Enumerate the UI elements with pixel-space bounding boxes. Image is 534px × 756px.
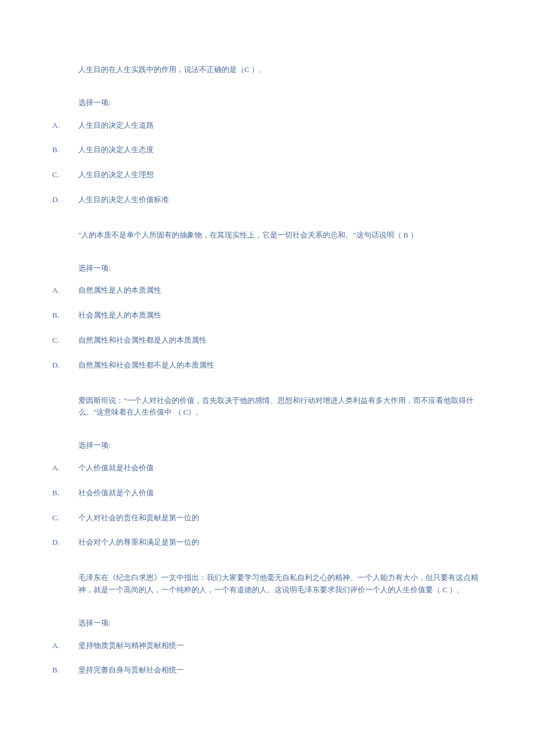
option-letter: C. [52, 334, 78, 347]
option-text: 社会对个人的尊重和满足是第一位的 [78, 537, 482, 549]
option-text: 人生目的决定人生理想 [78, 169, 482, 181]
question-text: 毛泽东在《纪念白求恩》一文中指出：我们大家要学习他毫无自私自利之心的精神。一个人… [78, 572, 482, 596]
option-row: B. 社会属性是人的本质属性 [52, 309, 482, 322]
option-text: 自然属性是人的本质属性 [78, 285, 482, 297]
option-row: D. 自然属性和社会属性都不是人的本质属性 [52, 359, 482, 372]
select-prompt: 选择一项: [78, 440, 482, 452]
option-text: 社会价值就是个人价值 [78, 487, 482, 499]
option-letter: A. [52, 462, 78, 474]
document-content: 人生目的在人生实践中的作用，说法不正确的是（C ）。 选择一项: A. 人生目的… [52, 64, 482, 676]
option-text: 个人对社会的责任和贡献是第一位的 [78, 512, 482, 524]
option-row: D. 社会对个人的尊重和满足是第一位的 [52, 537, 482, 549]
option-row: D. 人生目的决定人生价值标准 [52, 194, 482, 206]
option-row: A. 人生目的决定人生道路 [52, 120, 482, 132]
option-letter: A. [52, 285, 78, 297]
option-text: 人生目的决定人生价值标准 [78, 194, 482, 206]
option-letter: A. [52, 640, 78, 652]
option-letter: A. [52, 120, 78, 132]
option-row: A. 坚持物质贡献与精神贡献相统一 [52, 640, 482, 652]
option-text: 社会属性是人的本质属性 [78, 309, 482, 322]
option-row: B. 坚持完善自身与贡献社会相统一 [52, 664, 482, 676]
option-letter: D. [52, 359, 78, 372]
question-text: 爱因斯坦说："一个人对社会的价值，首先取决于他的感情、思想和行动对增进人类利益有… [78, 395, 482, 419]
option-text: 坚持完善自身与贡献社会相统一 [78, 664, 482, 676]
option-letter: B. [52, 664, 78, 676]
option-letter: C. [52, 169, 78, 181]
option-letter: B. [52, 487, 78, 499]
option-text: 坚持物质贡献与精神贡献相统一 [78, 640, 482, 652]
select-prompt: 选择一项: [78, 262, 482, 275]
option-row: C. 人生目的决定人生理想 [52, 169, 482, 181]
select-prompt: 选择一项: [78, 617, 482, 629]
option-letter: C. [52, 512, 78, 524]
question-block: 人生目的在人生实践中的作用，说法不正确的是（C ）。 选择一项: A. 人生目的… [52, 64, 482, 206]
question-text: 人生目的在人生实践中的作用，说法不正确的是（C ）。 [78, 64, 482, 76]
select-prompt: 选择一项: [78, 97, 482, 109]
option-text: 人生目的决定人生道路 [78, 120, 482, 132]
option-row: B. 人生目的决定人生态度 [52, 144, 482, 156]
question-block: 毛泽东在《纪念白求恩》一文中指出：我们大家要学习他毫无自私自利之心的精神。一个人… [52, 572, 482, 676]
option-text: 自然属性和社会属性都是人的本质属性 [78, 334, 482, 347]
question-block: 爱因斯坦说："一个人对社会的价值，首先取决于他的感情、思想和行动对增进人类利益有… [52, 395, 482, 549]
option-text: 自然属性和社会属性都不是人的本质属性 [78, 359, 482, 372]
option-row: B. 社会价值就是个人价值 [52, 487, 482, 499]
question-text: "人的本质不是单个人所固有的抽象物，在其现实性上，它是一切社会关系的总和。"这句… [78, 229, 482, 242]
question-block: "人的本质不是单个人所固有的抽象物，在其现实性上，它是一切社会关系的总和。"这句… [52, 229, 482, 372]
option-row: A. 个人价值就是社会价值 [52, 462, 482, 474]
option-text: 人生目的决定人生态度 [78, 144, 482, 156]
option-row: A. 自然属性是人的本质属性 [52, 285, 482, 297]
option-letter: D. [52, 537, 78, 549]
option-letter: D. [52, 194, 78, 206]
option-letter: B. [52, 309, 78, 322]
option-letter: B. [52, 144, 78, 156]
option-row: C. 自然属性和社会属性都是人的本质属性 [52, 334, 482, 347]
option-text: 个人价值就是社会价值 [78, 462, 482, 474]
option-row: C. 个人对社会的责任和贡献是第一位的 [52, 512, 482, 524]
